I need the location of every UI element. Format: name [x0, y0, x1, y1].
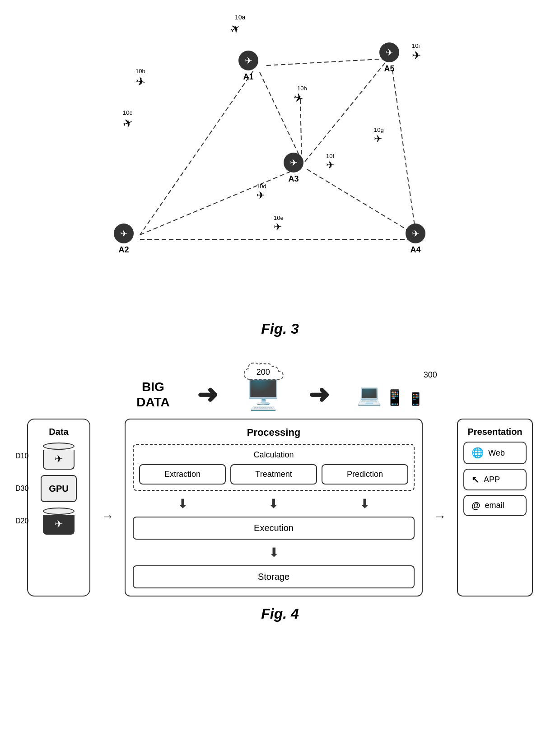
arrow-to-devices: ➜ [308, 380, 330, 409]
label-300: 300 [424, 370, 437, 380]
web-icon: 🌐 [471, 447, 484, 459]
node-A1: ✈ A1 [238, 51, 258, 82]
arrow-down-2: ⬇ [228, 496, 319, 511]
fig4-title: Fig. 4 [261, 606, 299, 622]
fig3-container: 10a ✈ ✈ A1 10b ✈ 10c ✈ ✈ A2 10h ✈ [0, 0, 560, 370]
aircraft-10d: 10d ✈ [257, 183, 266, 201]
svg-line-0 [140, 71, 253, 235]
pres-item-web: 🌐 Web [463, 442, 527, 464]
app-icon: ↖ [471, 474, 479, 485]
aircraft-10i: 10i ✈ [412, 42, 421, 62]
data-label-D10: D10 [15, 452, 28, 460]
cylinder-D20: ✈ [41, 508, 77, 535]
node-A5: ✈ A5 [379, 42, 399, 74]
svg-line-5 [305, 61, 387, 162]
processing-to-presentation-arrow: → [434, 419, 446, 597]
node-A4-circle: ✈ [406, 224, 425, 243]
aircraft-10e: 10e ✈ [274, 214, 284, 233]
calc-item-extraction: Extraction [139, 464, 226, 485]
aircraft-10h: 10h ✈ [294, 85, 307, 106]
node-A3-circle: ✈ [284, 153, 303, 172]
server-icon-area: 🖥️ [245, 380, 281, 409]
node-A1-circle: ✈ [238, 51, 258, 70]
pres-item-app: ↖ APP [463, 469, 527, 490]
node-A2: ✈ A2 [114, 224, 134, 255]
data-item-D30: D30 GPU [33, 475, 84, 502]
svg-line-2 [266, 59, 387, 65]
tablet-icon: 📱 [385, 388, 404, 406]
node-A3: ✈ A3 [284, 153, 303, 184]
pres-item-email: @ email [463, 495, 527, 516]
fig4-top-row: BIG DATA ➜ 200 🖥️ ➜ 300 💻 [0, 379, 560, 410]
svg-line-6 [392, 67, 415, 232]
arrow-down-exec: ⬇ [133, 545, 415, 560]
aircraft-10b: 10b ✈ [135, 67, 145, 89]
fig4-container: BIG DATA ➜ 200 🖥️ ➜ 300 💻 [0, 370, 560, 640]
calc-item-treatment: Treatment [230, 464, 317, 485]
fig3-title: Fig. 3 [261, 321, 299, 337]
cylinder-D10: ✈ [41, 443, 77, 470]
server-wrap: 200 🖥️ [245, 380, 281, 409]
aircraft-10f: 10f ✈ [326, 153, 334, 171]
storage-box: Storage [133, 565, 415, 588]
laptop-icon: 💻 [357, 383, 382, 406]
calculation-title: Calculation [139, 450, 408, 460]
aircraft-10a: 10a ✈ [230, 14, 245, 35]
aircraft-10c: 10c ✈ [123, 108, 133, 130]
presentation-box: Presentation 🌐 Web ↖ APP @ email [457, 419, 533, 597]
calculation-box: Calculation Extraction Treatment Predict… [133, 444, 415, 491]
svg-line-4 [307, 169, 415, 235]
email-icon: @ [471, 500, 481, 511]
aircraft-10g: 10g ✈ [374, 126, 384, 145]
node-A2-circle: ✈ [114, 224, 134, 243]
calc-item-prediction: Prediction [322, 464, 408, 485]
arrows-down-row: ⬇ ⬇ ⬇ [133, 496, 415, 511]
processing-box: Processing Calculation Extraction Treatm… [125, 419, 423, 597]
data-box-title: Data [49, 427, 68, 437]
fig3-diagram: 10a ✈ ✈ A1 10b ✈ 10c ✈ ✈ A2 10h ✈ [99, 9, 461, 316]
devices-icons: 💻 📱 📱 [357, 383, 424, 406]
big-data-label: BIG DATA [136, 379, 170, 410]
fig4-main-row: Data D10 ✈ D30 GPU D20 ✈ [0, 419, 560, 597]
data-to-processing-arrow: → [101, 419, 114, 597]
server-monitor-icon: 🖥️ [245, 380, 281, 409]
data-item-D20: D20 ✈ [33, 508, 84, 535]
cloud-svg [241, 361, 295, 384]
arrow-to-server: ➜ [197, 380, 218, 409]
node-A4: ✈ A4 [406, 224, 425, 255]
calc-items-row: Extraction Treatment Prediction [139, 464, 408, 485]
arrow-down-3: ⬇ [319, 496, 410, 511]
gpu-box: GPU [41, 475, 77, 502]
node-A5-circle: ✈ [379, 42, 399, 62]
processing-title: Processing [133, 427, 415, 438]
data-box: Data D10 ✈ D30 GPU D20 ✈ [27, 419, 90, 597]
data-item-D10: D10 ✈ [33, 443, 84, 470]
arrow-down-1: ⬇ [137, 496, 228, 511]
data-label-D20: D20 [15, 517, 28, 525]
svg-line-3 [140, 169, 296, 235]
data-label-D30: D30 [15, 485, 28, 493]
device-group: 300 💻 📱 📱 [357, 383, 424, 406]
execution-box: Execution [133, 517, 415, 540]
phone-icon: 📱 [408, 391, 424, 406]
presentation-title: Presentation [467, 427, 522, 437]
